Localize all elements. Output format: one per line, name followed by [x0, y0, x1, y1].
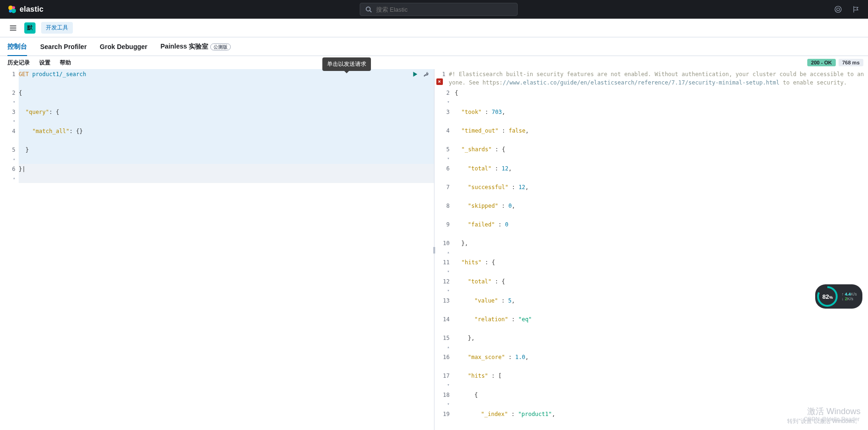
send-request-icon[interactable]	[411, 70, 419, 78]
brand-logo[interactable]: elastic	[7, 5, 43, 14]
response-time-badge: 768 ms	[839, 59, 863, 66]
response-line: 8"skipped" : 0,	[434, 201, 868, 219]
tab-search-profiler[interactable]: Search Profiler	[40, 38, 87, 55]
help-icon[interactable]	[833, 5, 843, 14]
space-avatar[interactable]: 默	[24, 22, 36, 34]
request-line[interactable]: 4 "match_all": {}	[0, 126, 434, 145]
request-line[interactable]: 3▾ "query": {	[0, 107, 434, 126]
header-actions	[833, 5, 861, 14]
response-line: 9"failed" : 0	[434, 219, 868, 238]
global-search[interactable]	[360, 3, 518, 16]
request-editor[interactable]: 1GET product1/_search2▾{3▾ "query": {4 "…	[0, 69, 434, 430]
response-line: 15▴},	[434, 333, 868, 352]
tab-painless[interactable]: Painless 实验室公测版	[161, 38, 231, 56]
app-breadcrumb[interactable]: 开发工具	[41, 22, 73, 34]
svg-point-5	[835, 6, 841, 13]
response-line: 5▾"_shards" : {	[434, 144, 868, 163]
history-link[interactable]: 历史记录	[7, 59, 30, 67]
response-line: 10▴},	[434, 238, 868, 257]
response-line: 2▾{	[434, 88, 868, 107]
error-marker-icon[interactable]: ×	[436, 78, 443, 85]
devtools-tabs: 控制台 Search Profiler Grok Debugger Painle…	[0, 37, 868, 56]
search-input[interactable]	[376, 6, 513, 13]
request-actions	[411, 70, 430, 78]
network-monitor-widget[interactable]: 82% ↑ 4.4K/s ↓ 2K/s	[815, 284, 862, 309]
search-icon	[364, 5, 373, 14]
pane-splitter[interactable]: ‖	[432, 246, 436, 254]
elastic-logo-icon	[7, 5, 17, 14]
settings-link[interactable]: 设置	[39, 59, 50, 67]
response-line: 12▾"total" : {	[434, 276, 868, 296]
response-line: 16"max_score" : 1.0,	[434, 352, 868, 371]
search-wrapper	[43, 3, 833, 16]
response-line: 17▾"hits" : [	[434, 371, 868, 390]
response-line: 14"relation" : "eq"	[434, 314, 868, 333]
tab-console[interactable]: 控制台	[7, 38, 27, 56]
request-line[interactable]: 1GET product1/_search	[0, 69, 434, 88]
response-line: 7"successful" : 12,	[434, 182, 868, 201]
svg-point-6	[837, 8, 840, 11]
svg-point-1	[11, 8, 16, 13]
svg-point-2	[12, 6, 15, 9]
beta-badge: 公测版	[210, 43, 231, 50]
app-subbar: 默 开发工具	[0, 19, 868, 37]
response-line: 1 × #! Elasticsearch built-in security f…	[434, 69, 868, 88]
response-status-badge: 200 - OK	[807, 59, 836, 66]
response-line: 13"value" : 5,	[434, 296, 868, 314]
send-request-tooltip: 单击以发送请求	[322, 57, 371, 71]
response-line: 18▾{	[434, 390, 868, 409]
response-line: 20"_type" : "_doc",	[434, 428, 868, 430]
response-viewer[interactable]: 1 × #! Elasticsearch built-in security f…	[434, 69, 868, 430]
request-line[interactable]: 6▴}|	[0, 164, 434, 183]
newsfeed-icon[interactable]	[851, 5, 861, 14]
net-stats: ↑ 4.4K/s ↓ 2K/s	[841, 292, 857, 301]
wrench-icon[interactable]	[422, 70, 430, 78]
console-toolbar: 历史记录 设置 帮助 200 - OK 768 ms	[0, 56, 868, 69]
global-header: elastic	[0, 0, 868, 19]
brand-text: elastic	[20, 5, 43, 14]
response-line: 11▾"hits" : {	[434, 257, 868, 276]
svg-point-4	[366, 7, 370, 11]
response-line: 19"_index" : "product1",	[434, 409, 868, 428]
response-line: 4"timed_out" : false,	[434, 126, 868, 144]
response-line: 6"total" : 12,	[434, 163, 868, 182]
request-line[interactable]: 5▴ }	[0, 145, 434, 164]
request-line[interactable]: 2▾{	[0, 88, 434, 107]
svg-point-3	[9, 10, 12, 13]
response-line: 3"took" : 703,	[434, 107, 868, 126]
tab-painless-label: Painless 实验室	[161, 42, 209, 50]
nav-menu-button[interactable]	[7, 22, 19, 34]
usage-ring-icon: 82%	[817, 286, 838, 307]
response-warning: #! Elasticsearch built-in security featu…	[449, 69, 868, 88]
help-link[interactable]: 帮助	[60, 59, 71, 67]
tab-grok-debugger[interactable]: Grok Debugger	[100, 38, 148, 55]
console-main: 单击以发送请求 1GET product1/_search2▾{3▾ "quer…	[0, 69, 868, 430]
